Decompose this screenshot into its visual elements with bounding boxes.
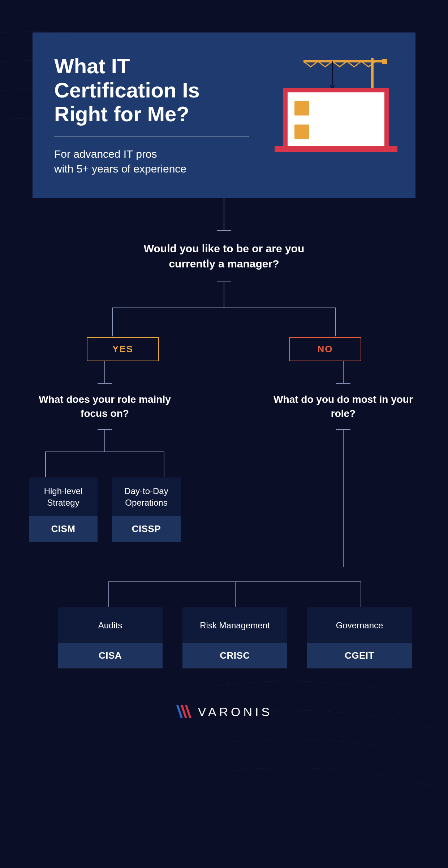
yes-results: High-level Strategy CISM Day-to-Day Oper… bbox=[29, 477, 181, 541]
varonis-logo-icon bbox=[176, 705, 193, 719]
result-label: Governance bbox=[307, 607, 412, 643]
answer-no: NO bbox=[289, 337, 361, 361]
brand-name: VARONIS bbox=[198, 705, 273, 719]
no-column: What do you do most in your role? bbox=[267, 361, 419, 567]
result-label: Audits bbox=[58, 607, 163, 643]
result-card: Day-to-Day Operations CISSP bbox=[112, 477, 181, 541]
result-card: Risk Management CRISC bbox=[182, 607, 287, 668]
yes-column: What does your role mainly focus on? Hig… bbox=[29, 361, 181, 567]
question-no-role: What do you do most in your role? bbox=[267, 392, 419, 420]
result-label: Risk Management bbox=[182, 607, 287, 643]
brand-logo: VARONIS bbox=[33, 705, 415, 720]
result-card: Audits CISA bbox=[58, 607, 163, 668]
svg-rect-4 bbox=[285, 90, 387, 148]
result-cert: CRISC bbox=[182, 643, 287, 668]
connector bbox=[224, 282, 224, 307]
result-cert: CISA bbox=[58, 643, 163, 668]
branch-line bbox=[45, 452, 164, 452]
svg-rect-6 bbox=[294, 101, 309, 115]
no-results: Audits CISA Risk Management CRISC Govern… bbox=[33, 607, 412, 668]
question-manager: Would you like to be or are you currentl… bbox=[123, 241, 325, 271]
result-card: High-level Strategy CISM bbox=[29, 477, 98, 541]
result-cert: CISM bbox=[29, 516, 98, 542]
header-card: What IT Certification Is Right for Me? F… bbox=[33, 32, 415, 198]
svg-rect-2 bbox=[382, 59, 387, 64]
crane-building-icon bbox=[264, 54, 397, 155]
header-divider bbox=[54, 136, 249, 137]
result-label: Day-to-Day Operations bbox=[112, 477, 181, 516]
sub-questions: What does your role mainly focus on? Hig… bbox=[51, 361, 397, 567]
result-label: High-level Strategy bbox=[29, 477, 98, 516]
result-cert: CISSP bbox=[112, 516, 181, 542]
header-subtitle-line1: For advanced IT pros bbox=[54, 148, 157, 160]
branch-line bbox=[108, 581, 361, 582]
no-branch-split: Audits CISA Risk Management CRISC Govern… bbox=[33, 581, 415, 668]
answer-yes: YES bbox=[87, 337, 159, 361]
branch-line bbox=[112, 307, 336, 308]
yes-no-row: YES NO bbox=[87, 337, 361, 361]
header-subtitle: For advanced IT pros with 5+ years of ex… bbox=[54, 147, 249, 176]
header-title: What IT Certification Is Right for Me? bbox=[54, 54, 249, 126]
result-cert: CGEIT bbox=[307, 643, 412, 668]
result-card: Governance CGEIT bbox=[307, 607, 412, 668]
connector bbox=[224, 198, 224, 230]
connector-tick bbox=[217, 230, 231, 231]
header-subtitle-line2: with 5+ years of experience bbox=[54, 163, 186, 175]
svg-rect-5 bbox=[275, 146, 397, 152]
question-yes-focus: What does your role mainly focus on? bbox=[29, 392, 181, 420]
svg-rect-7 bbox=[294, 125, 309, 139]
